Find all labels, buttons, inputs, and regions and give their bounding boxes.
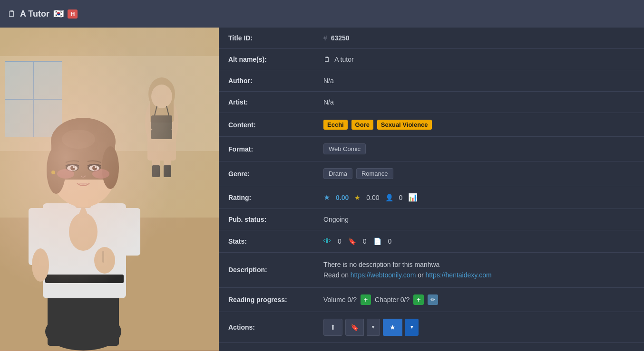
svg-rect-25 (29, 208, 50, 265)
content-tag-ecchi[interactable]: Ecchi (323, 120, 348, 130)
main-layout: Title ID: # 63250 Alt name(s): 🗒 A tutor… (0, 28, 644, 351)
alt-names-value: 🗒 A tutor (314, 49, 644, 70)
content-row: Content: Ecchi Gore Sexual Violence (219, 113, 644, 137)
title-id-number: 63250 (331, 34, 350, 42)
description-row: Description: There is no description for… (219, 253, 644, 288)
title-id-label: Title ID: (219, 28, 314, 49)
genre-row: Genre: Drama Romance (219, 161, 644, 186)
webtoonily-link[interactable]: https://webtoonily.com (351, 271, 416, 279)
svg-point-7 (145, 94, 178, 151)
hash-symbol: # (323, 34, 327, 42)
svg-point-29 (94, 247, 115, 274)
description-main: There is no description for this manhwa (323, 261, 439, 268)
svg-rect-1 (0, 28, 219, 218)
artist-label: Artist: (219, 92, 314, 113)
format-tag[interactable]: Web Comic (323, 143, 366, 154)
info-panel: Title ID: # 63250 Alt name(s): 🗒 A tutor… (219, 28, 644, 351)
format-label: Format: (219, 137, 314, 161)
svg-rect-0 (0, 28, 219, 351)
alt-name-icon: 🗒 (323, 56, 330, 63)
document-icon: 📄 (373, 237, 381, 245)
svg-rect-19 (164, 165, 171, 177)
svg-point-48 (51, 171, 55, 174)
hentaidexy-link[interactable]: https://hentaidexy.com (426, 271, 492, 279)
svg-rect-30 (102, 251, 104, 263)
content-tag-gore[interactable]: Gore (351, 120, 373, 130)
svg-point-20 (45, 313, 121, 351)
artist-value: N/a (314, 92, 644, 113)
svg-rect-26 (121, 208, 140, 256)
chapter-add-button[interactable]: + (413, 294, 424, 305)
stats-chapters-count: 0 (388, 237, 392, 245)
format-cell: Web Comic (314, 137, 644, 161)
star-blue-icon: ★ (323, 193, 330, 202)
svg-point-38 (66, 164, 79, 171)
content-tag-sexual-violence[interactable]: Sexual Violence (377, 120, 432, 130)
cover-image (0, 28, 219, 351)
actions-label: Actions: (219, 312, 314, 342)
svg-point-37 (62, 130, 95, 149)
download-button[interactable]: ⬆ (323, 319, 342, 336)
description-links: Read on https://webtoonily.com or https:… (323, 271, 492, 279)
svg-point-36 (102, 146, 119, 189)
content-label: Content: (219, 113, 314, 137)
actions-cell: ⬆ 🔖 ▼ ★ ▼ (314, 312, 644, 342)
svg-rect-27 (45, 275, 124, 283)
svg-point-43 (92, 166, 97, 171)
title-bar: 🗒 A Tutor 🇰🇷 H (0, 0, 644, 28)
svg-rect-16 (152, 139, 160, 177)
description-text: There is no description for this manhwa … (323, 259, 634, 281)
bookmark-dropdown-button[interactable]: ▼ (367, 319, 380, 336)
rating-users-count: 0 (399, 194, 403, 201)
svg-line-14 (166, 106, 169, 115)
stats-cell: 👁 0 🔖 0 📄 0 (314, 230, 644, 253)
svg-point-45 (95, 166, 97, 168)
rating-label: Rating: (219, 186, 314, 209)
alt-names-row: Alt name(s): 🗒 A tutor (219, 49, 644, 70)
stats-bookmarks-count: 0 (363, 237, 367, 245)
svg-rect-3 (5, 61, 62, 137)
artist-row: Artist: N/a (219, 92, 644, 113)
svg-rect-15 (151, 130, 172, 139)
actions-row: Actions: ⬆ 🔖 ▼ ★ ▼ (219, 312, 644, 342)
svg-rect-8 (147, 113, 176, 161)
svg-point-24 (69, 213, 98, 251)
genre-label: Genre: (219, 161, 314, 186)
svg-rect-49 (0, 28, 219, 351)
bookmark-stat-icon: 🔖 (348, 237, 356, 245)
svg-rect-31 (75, 189, 91, 208)
volume-add-button[interactable]: + (361, 294, 371, 305)
svg-point-42 (70, 166, 75, 171)
reading-progress-area: Volume 0/? + Chapter 0/? + ✏ (323, 294, 634, 305)
reading-progress-edit-button[interactable]: ✏ (428, 294, 438, 305)
svg-point-28 (32, 248, 49, 282)
svg-point-47 (92, 169, 109, 179)
genre-tag-drama[interactable]: Drama (323, 168, 352, 179)
chart-icon[interactable]: 📊 (408, 193, 418, 202)
svg-point-46 (57, 169, 74, 179)
cover-svg (0, 28, 219, 351)
star-gold-icon: ★ (354, 194, 361, 201)
actions-area: ⬆ 🔖 ▼ ★ ▼ (323, 319, 634, 336)
bookmark-button[interactable]: 🔖 (345, 319, 364, 336)
author-value: N/a (314, 70, 644, 92)
reading-progress-label: Reading progress: (219, 287, 314, 312)
svg-point-11 (151, 85, 172, 108)
rating-row: Rating: ★ 0.00 ★ 0.00 👤 0 📊 (219, 186, 644, 209)
star-button[interactable]: ★ (383, 319, 402, 336)
star-dropdown-button[interactable]: ▼ (405, 319, 419, 336)
svg-rect-12 (151, 115, 172, 130)
svg-marker-23 (74, 203, 93, 227)
rating-cell: ★ 0.00 ★ 0.00 👤 0 📊 (314, 186, 644, 209)
stats-label: Stats: (219, 230, 314, 253)
pub-status-label: Pub. status: (219, 209, 314, 230)
genre-tag-romance[interactable]: Romance (356, 168, 393, 179)
rating-value-gold: 0.00 (366, 194, 379, 201)
svg-point-9 (148, 77, 175, 111)
info-table: Title ID: # 63250 Alt name(s): 🗒 A tutor… (219, 28, 644, 343)
svg-rect-17 (164, 139, 171, 177)
stats-area: 👁 0 🔖 0 📄 0 (323, 237, 634, 246)
h-badge: H (68, 9, 78, 19)
svg-point-41 (89, 165, 99, 171)
content-tags-cell: Ecchi Gore Sexual Violence (314, 113, 644, 137)
